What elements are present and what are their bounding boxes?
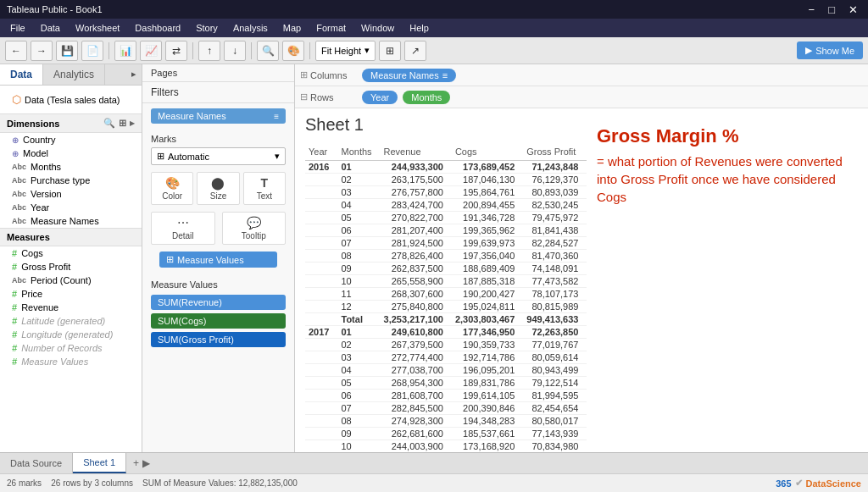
swap-button[interactable]: ⇄ bbox=[165, 41, 187, 61]
mv-section-title: Measure Values bbox=[142, 276, 294, 293]
new-button[interactable]: 📄 bbox=[81, 41, 103, 61]
cell-month: 02 bbox=[337, 174, 380, 186]
menu-dashboard[interactable]: Dashboard bbox=[128, 21, 187, 35]
cell-gp: 76,129,370 bbox=[523, 174, 587, 186]
months-pill[interactable]: Months bbox=[403, 91, 450, 104]
dim-months[interactable]: Abc Months bbox=[0, 160, 142, 174]
tab-analytics[interactable]: Analytics bbox=[43, 64, 105, 85]
brand-separator: ✔ bbox=[795, 478, 803, 489]
fix-button[interactable]: ⊞ bbox=[379, 41, 401, 61]
search-icon[interactable]: 🔍 bbox=[103, 118, 115, 129]
share-button[interactable]: ↗ bbox=[404, 41, 426, 61]
measure-num-records[interactable]: # Number of Records bbox=[0, 341, 142, 355]
mv-grossprofit-badge[interactable]: SUM(Gross Profit) bbox=[151, 332, 286, 347]
measure-gross-profit[interactable]: # Gross Profit bbox=[0, 260, 142, 274]
sort-asc-button[interactable]: ↑ bbox=[198, 41, 220, 61]
cell-month: 01 bbox=[337, 326, 380, 339]
dim-country[interactable]: ⊕ Country bbox=[0, 133, 142, 146]
save-button[interactable]: 💾 bbox=[56, 41, 78, 61]
back-button[interactable]: ← bbox=[5, 41, 27, 61]
tab-nav-icon[interactable]: ▶ bbox=[142, 457, 150, 469]
data-source-item[interactable]: ⬡ Data (Tesla sales data) bbox=[7, 91, 135, 108]
show-me-button[interactable]: ▶ Show Me bbox=[797, 41, 863, 59]
measure-values-badge[interactable]: ⊞ Measure Values bbox=[159, 252, 277, 268]
cell-revenue: 244,003,900 bbox=[381, 440, 452, 453]
menu-worksheet[interactable]: Worksheet bbox=[69, 21, 126, 35]
format-button[interactable]: 🎨 bbox=[282, 41, 304, 61]
sort-desc-button[interactable]: ↓ bbox=[224, 41, 246, 61]
dim-measure-names[interactable]: Abc Measure Names bbox=[0, 214, 142, 228]
close-button[interactable]: ✕ bbox=[845, 3, 861, 16]
menubar: File Data Worksheet Dashboard Story Anal… bbox=[0, 19, 868, 37]
forward-button[interactable]: → bbox=[31, 41, 53, 61]
cell-gp: 80,943,499 bbox=[523, 364, 587, 377]
marks-size[interactable]: ⬤ Size bbox=[197, 172, 239, 205]
chart-button[interactable]: 📊 bbox=[114, 41, 136, 61]
dim-purchase-type[interactable]: Abc Purchase type bbox=[0, 174, 142, 187]
tab-data[interactable]: Data bbox=[0, 64, 43, 85]
columns-label: ⊞ Columns bbox=[300, 69, 359, 80]
measure-values[interactable]: # Measure Values bbox=[0, 355, 142, 368]
measure-cogs[interactable]: # Cogs bbox=[0, 246, 142, 260]
statusbar: 26 marks 26 rows by 3 columns SUM of Mea… bbox=[0, 473, 868, 492]
cell-revenue: 274,928,300 bbox=[381, 415, 452, 428]
measure-revenue[interactable]: # Revenue bbox=[0, 301, 142, 314]
mv-cogs-badge[interactable]: SUM(Cogs) bbox=[151, 313, 286, 329]
measure-price[interactable]: # Price bbox=[0, 287, 142, 301]
measure-values-badge-icon: ⊞ bbox=[166, 254, 174, 265]
filters-title: Filters bbox=[142, 82, 294, 103]
add-icon[interactable]: ▸ bbox=[130, 118, 135, 129]
cell-month: 10 bbox=[337, 440, 380, 453]
hash-icon8: # bbox=[12, 357, 17, 367]
menu-analysis[interactable]: Analysis bbox=[226, 21, 275, 35]
year-pill[interactable]: Year bbox=[362, 91, 398, 104]
minimize-button[interactable]: − bbox=[805, 3, 819, 16]
maximize-button[interactable]: □ bbox=[825, 3, 838, 16]
menu-map[interactable]: Map bbox=[276, 21, 308, 35]
measure-longitude[interactable]: # Longitude (generated) bbox=[0, 328, 142, 341]
menu-data[interactable]: Data bbox=[34, 21, 67, 35]
sort-icon[interactable]: ⊞ bbox=[119, 118, 126, 129]
pill-icon: ≡ bbox=[442, 70, 448, 80]
marks-text[interactable]: T Text bbox=[243, 172, 286, 205]
panel-arrow[interactable]: ▸ bbox=[126, 64, 142, 85]
dim-model[interactable]: ⊕ Model bbox=[0, 146, 142, 160]
dim-year[interactable]: Abc Year bbox=[0, 201, 142, 214]
highlight-button[interactable]: 🔍 bbox=[257, 41, 279, 61]
measure-latitude[interactable]: # Latitude (generated) bbox=[0, 314, 142, 328]
menu-format[interactable]: Format bbox=[309, 21, 353, 35]
tab-sheet1[interactable]: Sheet 1 bbox=[73, 453, 126, 473]
menu-help[interactable]: Help bbox=[403, 21, 436, 35]
dim-version[interactable]: Abc Version bbox=[0, 187, 142, 201]
filter-icon[interactable]: ≡ bbox=[274, 112, 279, 121]
menu-window[interactable]: Window bbox=[354, 21, 401, 35]
add-tab-icon[interactable]: + bbox=[133, 457, 139, 469]
menu-file[interactable]: File bbox=[3, 21, 32, 35]
measure-values-label: Measure Values bbox=[21, 357, 88, 367]
fit-dropdown[interactable]: Fit Height ▾ bbox=[315, 41, 376, 61]
cell-gp: 81,841,438 bbox=[523, 224, 587, 237]
cell-year bbox=[305, 212, 337, 224]
mv-revenue-badge[interactable]: SUM(Revenue) bbox=[151, 295, 286, 310]
chart2-button[interactable]: 📈 bbox=[140, 41, 162, 61]
marks-color[interactable]: 🎨 Color bbox=[151, 172, 193, 205]
cell-cogs: 192,714,786 bbox=[452, 351, 523, 364]
measure-period-count[interactable]: Abc Period (Count) bbox=[0, 274, 142, 287]
marks-tooltip[interactable]: 💬 Tooltip bbox=[222, 212, 287, 245]
cell-cogs: 173,168,920 bbox=[452, 440, 523, 453]
menu-story[interactable]: Story bbox=[189, 21, 225, 35]
measure-names-pill[interactable]: Measure Names ≡ bbox=[362, 69, 456, 82]
filter-badge[interactable]: Measure Names ≡ bbox=[151, 108, 286, 124]
columns-icon: ⊞ bbox=[300, 69, 308, 80]
tab-data-source[interactable]: Data Source bbox=[0, 453, 73, 473]
hash-icon: # bbox=[12, 248, 17, 258]
cell-gp: 82,284,527 bbox=[523, 237, 587, 250]
cell-cogs: 199,639,973 bbox=[452, 237, 523, 250]
marks-type-dropdown[interactable]: ⊞ Automatic ▾ bbox=[151, 147, 286, 165]
window-controls: − □ ✕ bbox=[805, 3, 861, 16]
cell-month: 03 bbox=[337, 186, 380, 199]
cell-cogs: 185,537,661 bbox=[452, 428, 523, 440]
table-row: 04283,424,700200,894,45582,530,245 bbox=[305, 199, 587, 212]
marks-detail[interactable]: ⋯ Detail bbox=[151, 212, 215, 245]
rows-icon: ⊟ bbox=[300, 91, 308, 102]
